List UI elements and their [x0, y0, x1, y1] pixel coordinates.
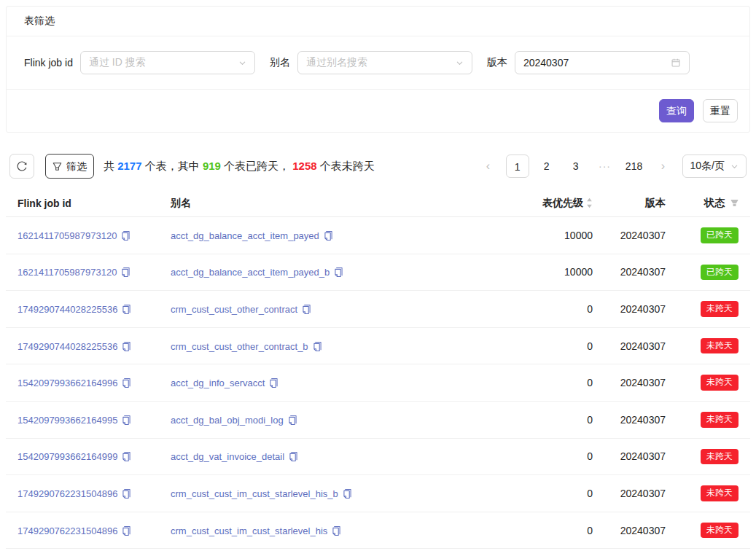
column-header-status: 状态 — [677, 190, 750, 217]
filter-icon[interactable] — [730, 199, 739, 207]
page: 表筛选 Flink job id 通过 ID 搜索 别名 通过别名搜索 — [0, 0, 756, 559]
flink-job-id-select[interactable]: 通过 ID 搜索 — [80, 51, 255, 74]
copy-icon[interactable] — [302, 305, 311, 314]
flink-job-id-link[interactable]: 1621411705987973120 — [17, 267, 117, 278]
column-header-priority-label: 表优先级 — [542, 197, 583, 208]
chevron-down-icon — [456, 59, 464, 67]
table-header-row: Flink job id 别名 表优先级 版本 状态 — [6, 190, 750, 217]
status-badge: 未跨天 — [701, 301, 739, 317]
priority-cell: 10000 — [488, 217, 604, 254]
alias-link[interactable]: crm_cust_cust_im_cust_starlevel_his — [171, 525, 327, 536]
table-row: 1749290866069889024 acct_dg_staff_oper_l… — [6, 549, 750, 559]
flink-job-id-link[interactable]: 1749290744028225536 — [17, 304, 117, 315]
alias-link[interactable]: crm_cust_cust_other_contract_b — [171, 341, 308, 352]
flink-job-id-link[interactable]: 1749290744028225536 — [17, 341, 117, 352]
alias-link[interactable]: crm_cust_cust_im_cust_starlevel_his_b — [171, 488, 338, 499]
search-button[interactable]: 查询 — [659, 99, 694, 122]
flink-job-id-label: Flink job id — [24, 57, 73, 69]
copy-icon[interactable] — [122, 415, 131, 425]
flink-job-id-link[interactable]: 1749290762231504896 — [17, 488, 117, 499]
column-header-alias: 别名 — [159, 190, 488, 217]
status-badge: 未跨天 — [701, 338, 739, 354]
copy-icon[interactable] — [122, 526, 131, 536]
crossed-count: 919 — [203, 160, 221, 172]
flink-job-id-link[interactable]: 1749290762231504896 — [17, 525, 117, 536]
filter-row: Flink job id 通过 ID 搜索 别名 通过别名搜索 — [7, 36, 749, 89]
alias-link[interactable]: acct_dg_info_servacct — [171, 378, 265, 388]
filter-icon — [52, 162, 62, 171]
priority-cell: 0 — [488, 401, 604, 438]
filter-card-title: 表筛选 — [7, 7, 749, 36]
status-badge: 未跨天 — [701, 485, 739, 501]
version-date-picker[interactable]: 20240307 — [515, 51, 690, 74]
version-cell: 20240307 — [604, 254, 677, 291]
copy-icon[interactable] — [122, 378, 131, 388]
alias-link[interactable]: acct_dg_bal_obj_modi_log — [171, 415, 284, 426]
alias-filter: 别名 通过别名搜索 — [270, 51, 472, 74]
version-cell: 20240307 — [604, 475, 677, 512]
pagination-prev[interactable]: ‹ — [477, 155, 500, 178]
priority-cell: 0 — [488, 438, 604, 475]
copy-icon[interactable] — [334, 267, 343, 277]
filter-toggle-button[interactable]: 筛选 — [45, 154, 94, 179]
pagination-page-2[interactable]: 2 — [535, 155, 558, 178]
copy-icon[interactable] — [122, 452, 131, 461]
pagination-page-last[interactable]: 218 — [623, 155, 646, 178]
version-cell: 20240307 — [604, 291, 677, 328]
copy-icon[interactable] — [122, 305, 131, 314]
version-cell: 20240307 — [604, 549, 677, 559]
toolbar: 筛选 共 2177 个表，其中 919 个表已跨天， 1258 个表未跨天 ‹ … — [9, 154, 747, 179]
pagination-page-1[interactable]: 1 — [506, 155, 529, 178]
column-header-priority[interactable]: 表优先级 — [488, 190, 604, 217]
total-count: 2177 — [117, 160, 141, 172]
alias-placeholder: 通过别名搜索 — [306, 56, 367, 69]
version-value: 20240307 — [523, 57, 569, 69]
copy-icon[interactable] — [288, 415, 297, 425]
copy-icon[interactable] — [289, 452, 298, 461]
table-row: 1542097993662164995 acct_dg_bal_obj_modi… — [6, 401, 750, 438]
filter-card: 表筛选 Flink job id 通过 ID 搜索 别名 通过别名搜索 — [6, 6, 750, 133]
copy-icon[interactable] — [122, 489, 131, 499]
alias-link[interactable]: crm_cust_cust_other_contract — [171, 304, 297, 315]
flink-job-id-link[interactable]: 1542097993662164999 — [17, 451, 117, 462]
status-badge: 已跨天 — [701, 227, 739, 243]
pagination-next[interactable]: › — [652, 155, 675, 178]
copy-icon[interactable] — [332, 526, 341, 536]
flink-job-id-link[interactable]: 1621411705987973120 — [17, 230, 117, 241]
priority-cell: 0 — [488, 512, 604, 549]
page-size-select[interactable]: 10条/页 — [682, 155, 747, 178]
pagination-page-3[interactable]: 3 — [564, 155, 588, 178]
alias-link[interactable]: acct_dg_vat_invoice_detail — [171, 451, 284, 462]
summary-part: 个表已跨天， — [221, 160, 292, 172]
data-table: Flink job id 别名 表优先级 版本 状态 1621411705987… — [6, 190, 750, 559]
version-filter: 版本 20240307 — [487, 51, 690, 74]
reset-button[interactable]: 重置 — [703, 99, 738, 122]
copy-icon[interactable] — [269, 378, 278, 388]
copy-icon[interactable] — [343, 489, 352, 499]
priority-cell: 0 — [488, 549, 604, 559]
summary-text: 共 2177 个表，其中 919 个表已跨天， 1258 个表未跨天 — [104, 160, 375, 173]
column-header-flink-job-id: Flink job id — [6, 190, 159, 217]
table-row: 1749290762231504896 crm_cust_cust_im_cus… — [6, 512, 750, 549]
alias-link[interactable]: acct_dg_balance_acct_item_payed — [171, 230, 319, 241]
copy-icon[interactable] — [122, 342, 131, 351]
status-badge: 未跨天 — [701, 449, 739, 465]
status-badge: 未跨天 — [701, 412, 739, 428]
flink-job-id-link[interactable]: 1542097993662164996 — [17, 378, 117, 388]
copy-icon[interactable] — [313, 342, 322, 351]
summary-part: 共 — [104, 160, 117, 172]
pagination-top: ‹ 1 2 3 ··· 218 › 10条/页 — [471, 155, 747, 178]
refresh-button[interactable] — [9, 154, 34, 179]
version-cell: 20240307 — [604, 438, 677, 475]
pagination-ellipsis[interactable]: ··· — [593, 155, 617, 178]
copy-icon[interactable] — [121, 267, 130, 277]
flink-job-id-filter: Flink job id 通过 ID 搜索 — [24, 51, 255, 74]
copy-icon[interactable] — [324, 231, 333, 241]
priority-cell: 0 — [488, 327, 604, 364]
copy-icon[interactable] — [121, 231, 130, 241]
version-cell: 20240307 — [604, 217, 677, 254]
flink-job-id-link[interactable]: 1542097993662164995 — [17, 415, 117, 426]
alias-select[interactable]: 通过别名搜索 — [297, 51, 472, 74]
sort-icon[interactable] — [586, 198, 593, 208]
alias-link[interactable]: acct_dg_balance_acct_item_payed_b — [171, 267, 330, 278]
